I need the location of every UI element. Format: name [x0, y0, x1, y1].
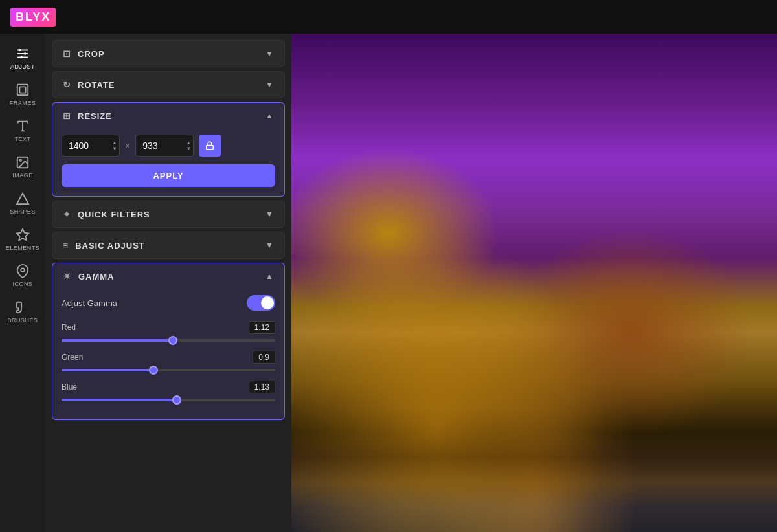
sidebar-item-text[interactable]: TEXT: [0, 113, 45, 149]
svg-point-4: [24, 52, 27, 55]
basicadjust-chevron-icon: ▼: [265, 241, 274, 250]
main-layout: ADJUST FRAMES TEXT IMAGE: [0, 34, 777, 532]
sidebar-label-frames: FRAMES: [10, 100, 36, 106]
red-slider-track[interactable]: [62, 339, 275, 342]
blue-slider-group: Blue 1.13: [62, 381, 275, 401]
width-input-wrap: ▲ ▼: [62, 135, 120, 157]
sidebar-label-image: IMAGE: [12, 172, 33, 179]
width-arrow-up[interactable]: ▲: [112, 140, 117, 146]
height-arrow-down[interactable]: ▼: [186, 146, 191, 151]
sidebar-label-shapes: SHAPES: [10, 208, 36, 215]
sidebar-label-brushes: BRUSHES: [7, 317, 38, 324]
gamma-label: GAMMA: [78, 272, 115, 282]
sidebar-label-elements: ELEMENTS: [6, 245, 40, 251]
logo-text: BLYX: [10, 8, 56, 27]
crop-section-header[interactable]: ⊡ CROP ▼: [52, 40, 285, 67]
resize-chevron-icon: ▲: [265, 111, 274, 120]
red-slider-thumb[interactable]: [168, 336, 177, 345]
crop-icon: ⊡: [63, 49, 71, 59]
topbar: BLYX: [0, 0, 777, 34]
svg-point-3: [19, 49, 21, 52]
red-slider-label: Red: [62, 323, 76, 332]
red-slider-group: Red 1.12: [62, 321, 275, 342]
gamma-toggle-row: Adjust Gamma: [62, 295, 275, 311]
quickfilters-section-header[interactable]: ✦ QUICK FILTERS ▼: [52, 201, 285, 228]
gamma-section: ☀ GAMMA ▲ Adjust Gamma Red: [52, 263, 285, 420]
green-slider-thumb[interactable]: [149, 366, 158, 375]
quickfilters-chevron-icon: ▼: [265, 210, 274, 219]
height-input-wrap: ▲ ▼: [135, 135, 194, 157]
canvas-image: [291, 34, 777, 532]
crop-label: CROP: [78, 49, 105, 59]
times-symbol: ×: [125, 140, 130, 151]
svg-rect-7: [19, 87, 25, 93]
sidebar-item-elements[interactable]: ELEMENTS: [0, 221, 45, 258]
rotate-section-header[interactable]: ↻ ROTATE ▼: [52, 71, 285, 98]
apply-button[interactable]: APPLY: [62, 164, 275, 187]
resize-icon: ⊞: [63, 111, 71, 121]
icon-bar: ADJUST FRAMES TEXT IMAGE: [0, 34, 45, 532]
svg-point-12: [21, 268, 25, 272]
width-input[interactable]: [62, 135, 120, 157]
green-slider-fill: [62, 369, 153, 371]
sidebar-item-image[interactable]: IMAGE: [0, 149, 45, 185]
height-arrows: ▲ ▼: [186, 140, 191, 151]
sidebar-item-shapes[interactable]: SHAPES: [0, 185, 45, 221]
sidebar-label-text: TEXT: [14, 136, 30, 142]
height-input[interactable]: [135, 135, 194, 157]
svg-marker-10: [17, 194, 28, 205]
gamma-content: Adjust Gamma Red 1.12: [52, 286, 285, 420]
toggle-knob: [261, 296, 274, 309]
sidebar-item-brushes[interactable]: BRUSHES: [0, 294, 45, 330]
basicadjust-section-header[interactable]: ≡ BASIC ADJUST ▼: [52, 232, 285, 259]
width-arrow-down[interactable]: ▼: [112, 146, 117, 151]
resize-content: ▲ ▼ × ▲ ▼: [52, 126, 285, 197]
sidebar-item-adjust[interactable]: ADJUST: [0, 40, 45, 76]
green-slider-group: Green 0.9: [62, 351, 275, 371]
quickfilters-icon: ✦: [63, 209, 71, 219]
red-slider-value: 1.12: [249, 321, 275, 334]
green-slider-track[interactable]: [62, 369, 275, 371]
blue-slider-track[interactable]: [62, 399, 275, 401]
width-arrows: ▲ ▼: [112, 140, 117, 151]
sidebar-label-icons: ICONS: [12, 281, 32, 287]
sidebar-label-adjust: ADJUST: [10, 63, 35, 70]
svg-rect-6: [17, 85, 28, 96]
blue-slider-fill: [62, 399, 177, 401]
logo: BLYX: [10, 8, 56, 27]
basicadjust-label: BASIC ADJUST: [75, 241, 145, 250]
resize-label: RESIZE: [78, 111, 112, 121]
basicadjust-icon: ≡: [63, 240, 69, 250]
adjustment-panel: ⊡ CROP ▼ ↻ ROTATE ▼ ⊞ RESIZE ▲: [45, 34, 291, 532]
rotate-icon: ↻: [63, 80, 71, 90]
resize-inputs: ▲ ▼ × ▲ ▼: [62, 135, 275, 157]
gamma-chevron-icon: ▲: [265, 272, 274, 281]
rotate-chevron-icon: ▼: [265, 80, 274, 89]
svg-marker-11: [17, 229, 28, 240]
resize-section: ⊞ RESIZE ▲ ▲ ▼ ×: [52, 102, 285, 197]
svg-rect-13: [207, 145, 214, 149]
crop-chevron-icon: ▼: [265, 49, 274, 58]
height-arrow-up[interactable]: ▲: [186, 140, 191, 146]
green-slider-value: 0.9: [253, 351, 275, 364]
gamma-toggle[interactable]: [247, 295, 275, 311]
green-slider-label: Green: [62, 353, 83, 362]
blue-slider-label: Blue: [62, 382, 77, 392]
gamma-icon: ☀: [63, 271, 72, 282]
red-slider-fill: [62, 339, 173, 342]
canvas-area: ‹: [291, 34, 777, 532]
sidebar-item-icons[interactable]: ICONS: [0, 258, 45, 294]
blue-slider-thumb[interactable]: [172, 395, 181, 405]
rotate-label: ROTATE: [78, 80, 115, 90]
lock-aspect-button[interactable]: [199, 135, 221, 157]
svg-point-9: [19, 159, 21, 161]
blue-slider-value: 1.13: [249, 381, 275, 393]
quickfilters-label: QUICK FILTERS: [78, 210, 150, 219]
gamma-toggle-label: Adjust Gamma: [62, 298, 117, 308]
svg-point-5: [20, 56, 23, 59]
sidebar-item-frames[interactable]: FRAMES: [0, 76, 45, 113]
